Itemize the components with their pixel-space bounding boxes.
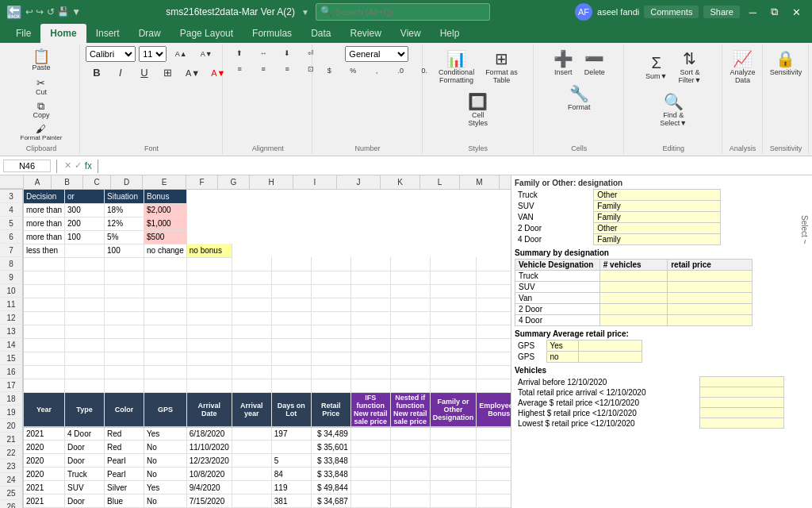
- formula-divider: │: [54, 160, 61, 172]
- vehicles-section: Vehicles Arrival before 12/10/2020 Total…: [515, 366, 809, 429]
- col-header-f: F: [186, 175, 218, 190]
- minimize-button[interactable]: ─: [745, 5, 761, 20]
- alignment-label: Alignment: [228, 143, 307, 152]
- align-center-button[interactable]: ≡: [252, 62, 274, 76]
- delete-icon: ➖: [584, 49, 604, 68]
- tab-page-layout[interactable]: Page Layout: [170, 24, 243, 43]
- formula-input[interactable]: [105, 160, 809, 171]
- analysis-label: Analysis: [728, 143, 757, 152]
- bold-button[interactable]: B: [86, 65, 108, 80]
- row-number: 14: [0, 338, 23, 352]
- format-painter-button[interactable]: 🖌Format Painter: [17, 122, 67, 143]
- title-search-input[interactable]: [316, 3, 490, 21]
- sensitivity-button[interactable]: 🔒 Sensitivity: [765, 46, 807, 79]
- close-button[interactable]: ✕: [787, 5, 806, 20]
- comma-button[interactable]: %: [342, 64, 364, 78]
- align-top-button[interactable]: ⬆: [228, 46, 251, 60]
- copy-button[interactable]: ⧉Copy: [17, 99, 67, 121]
- row-number: 16: [0, 365, 23, 379]
- font-name-select[interactable]: Calibri: [86, 46, 136, 62]
- cell-reference[interactable]: N46: [3, 160, 51, 172]
- ribbon-group-alignment: ⬆ ↔ ⬇ ⏎ ≡ ≡ ≡ ⊡ Alignment: [224, 44, 312, 154]
- vehicles-table: Arrival before 12/10/2020 Total retail p…: [515, 376, 784, 429]
- cell-styles-icon: 🔲: [468, 92, 488, 111]
- restore-button[interactable]: ⧉: [766, 4, 783, 20]
- share-button[interactable]: Share: [703, 6, 739, 18]
- number-format-select[interactable]: General: [345, 46, 408, 62]
- table-row: DecisionorSituationBonus: [24, 190, 511, 203]
- currency-button[interactable]: ,: [366, 64, 388, 78]
- tab-review[interactable]: Review: [340, 24, 390, 43]
- increase-decimal-button[interactable]: .0: [389, 64, 412, 78]
- format-table-button[interactable]: ⊞ Format asTable: [481, 46, 523, 87]
- table-row: Van: [515, 293, 753, 304]
- percent-button[interactable]: $: [318, 64, 340, 78]
- analyze-data-button[interactable]: 📈 AnalyzeData: [725, 46, 760, 87]
- col-header-d: D: [111, 175, 143, 190]
- cells-area[interactable]: DecisionorSituationBonusmore than30018%$…: [24, 190, 511, 508]
- cut-icon: ✂: [36, 78, 45, 88]
- find-select-icon: 🔍: [664, 92, 684, 111]
- cancel-formula-icon[interactable]: ✕: [64, 160, 71, 171]
- right-panel: Family or Other: designation Truck Other…: [511, 175, 812, 508]
- increase-font-button[interactable]: A▲: [170, 48, 192, 60]
- file-title: sms216test2data-Mar Ver A(2): [166, 6, 295, 17]
- tab-formulas[interactable]: Formulas: [243, 24, 301, 43]
- row-number: 7: [0, 244, 23, 257]
- paste-button[interactable]: 📋 Paste: [27, 46, 55, 75]
- find-select-button[interactable]: 🔍 Find &Select▼: [655, 89, 691, 130]
- border-button[interactable]: ⊞: [157, 64, 179, 82]
- table-row: [24, 298, 511, 311]
- tab-view[interactable]: View: [391, 24, 431, 43]
- tab-help[interactable]: Help: [431, 24, 469, 43]
- italic-button[interactable]: I: [109, 65, 132, 80]
- align-left-button[interactable]: ≡: [228, 62, 251, 76]
- insert-icon: ➕: [553, 49, 573, 68]
- row-number: 23: [0, 460, 23, 473]
- col-header-b: B: [52, 175, 83, 190]
- sum-button[interactable]: Σ Sum▼: [641, 51, 672, 83]
- fill-color-button[interactable]: A▼: [181, 65, 205, 81]
- format-button[interactable]: 🔧 Format: [563, 81, 596, 114]
- tab-insert[interactable]: Insert: [86, 24, 129, 43]
- tab-data[interactable]: Data: [301, 24, 340, 43]
- insert-function-icon[interactable]: fx: [85, 160, 92, 171]
- table-row: 2 Door Other: [515, 223, 721, 234]
- row-number: 5: [0, 217, 23, 230]
- formula-bar: N46 │ ✕ ✓ fx │: [0, 156, 812, 175]
- confirm-formula-icon[interactable]: ✓: [75, 160, 82, 171]
- table-row: 2 Door: [515, 304, 753, 315]
- sort-filter-button[interactable]: ⇅ Sort &Filter▼: [673, 46, 706, 87]
- select-indicator[interactable]: Select ~: [800, 215, 809, 244]
- row-number: 25: [0, 487, 23, 500]
- comments-button[interactable]: Comments: [644, 6, 699, 18]
- align-bottom-button[interactable]: ⬇: [276, 46, 298, 60]
- number-label: Number: [318, 143, 416, 152]
- table-row: Lowest $ retail price <12/10/2020: [515, 418, 784, 429]
- row-number: 6: [0, 230, 23, 244]
- font-size-select[interactable]: 11: [139, 46, 167, 62]
- row-number: 13: [0, 325, 23, 338]
- conditional-formatting-icon: 📊: [446, 49, 466, 68]
- align-middle-button[interactable]: ↔: [252, 46, 274, 60]
- corner-cell: [0, 175, 24, 189]
- col-header-m: M: [460, 175, 500, 190]
- decrease-font-button[interactable]: A▼: [195, 48, 217, 60]
- delete-button[interactable]: ➖ Delete: [580, 46, 610, 79]
- summary-avg-title: Summary Average retail price:: [515, 329, 809, 338]
- tab-file[interactable]: File: [6, 24, 40, 43]
- table-row: GPS no: [515, 352, 642, 363]
- cut-button[interactable]: ✂Cut: [17, 76, 67, 98]
- tab-draw[interactable]: Draw: [129, 24, 170, 43]
- summary-designation-title: Summary by designation: [515, 248, 809, 257]
- table-row: [24, 271, 511, 284]
- row-number: 19: [0, 406, 23, 419]
- tab-home[interactable]: Home: [40, 24, 86, 43]
- insert-button[interactable]: ➕ Insert: [549, 46, 578, 79]
- underline-button[interactable]: U: [133, 65, 155, 80]
- align-right-button[interactable]: ≡: [276, 62, 298, 76]
- summary-avg-section: Summary Average retail price: GPS Yes GP…: [515, 329, 809, 363]
- styles-label: Styles: [428, 143, 528, 152]
- conditional-formatting-button[interactable]: 📊 ConditionalFormatting: [434, 46, 479, 87]
- cell-styles-button[interactable]: 🔲 CellStyles: [463, 89, 492, 130]
